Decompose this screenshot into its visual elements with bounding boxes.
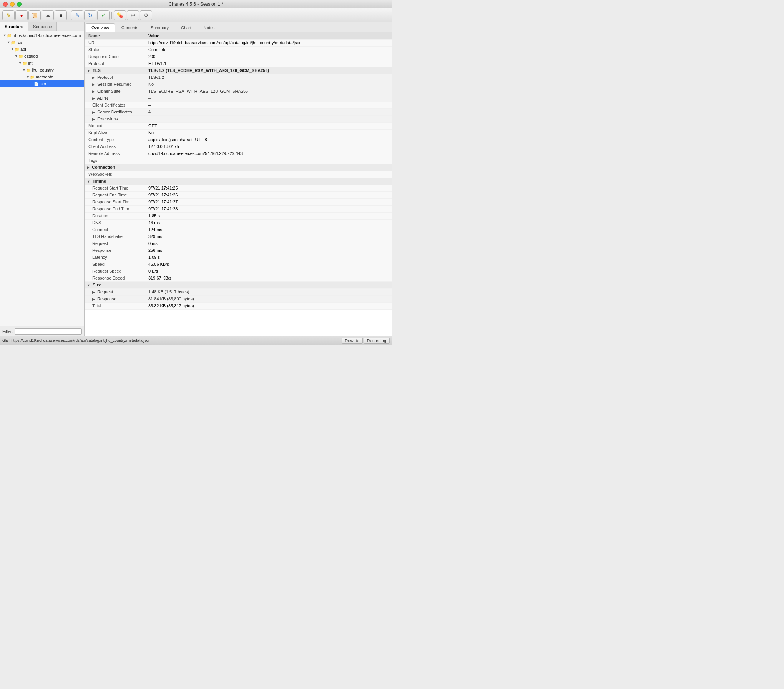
settings-button[interactable]: ⚙ — [140, 10, 152, 20]
subsection-name: ▶ Request — [85, 288, 146, 295]
minimize-button[interactable] — [10, 2, 15, 7]
tab-structure[interactable]: Structure — [0, 22, 28, 31]
tree-item-jhu-country[interactable]: ▼ 📁 jhu_country — [0, 67, 84, 73]
tab-summary[interactable]: Summary — [145, 23, 174, 32]
field-value: – — [146, 171, 392, 178]
table-row: MethodGET — [85, 122, 392, 129]
expand-arrow[interactable]: ▶ — [92, 97, 95, 100]
tab-contents[interactable]: Contents — [116, 23, 144, 32]
browser-icon: 💊 — [117, 12, 123, 18]
check-button[interactable]: ✓ — [97, 10, 110, 20]
tab-notes[interactable]: Notes — [198, 23, 221, 32]
tree-item-api[interactable]: ▼ 📁 api — [0, 46, 84, 53]
table-row: ▶ ProtocolTLSv1.2 — [85, 74, 392, 81]
clear-button[interactable]: 📜 — [28, 10, 41, 20]
stop-button[interactable]: ■ — [55, 10, 67, 20]
expand-arrow[interactable]: ▶ — [92, 83, 95, 87]
field-name: Response Speed — [85, 275, 146, 281]
field-value: 1.85 s — [146, 212, 392, 219]
table-row: Response Start Time9/7/21 17:41:27 — [85, 198, 392, 205]
tab-overview[interactable]: Overview — [86, 23, 115, 32]
table-row: ▶ Request1.48 KB (1,517 bytes) — [85, 288, 392, 295]
folder-icon: 📁 — [15, 47, 19, 52]
field-name: Tags — [85, 157, 146, 164]
overview-table: Name Value URLhttps://covid19.richdatase… — [85, 32, 392, 310]
table-row: Client Certificates– — [85, 102, 392, 108]
table-row: ProtocolHTTP/1.1 — [85, 60, 392, 67]
table-row: ▼ Timing — [85, 178, 392, 185]
stop-icon: ■ — [59, 13, 62, 18]
table-row: ▶ Cipher SuiteTLS_ECDHE_RSA_WITH_AES_128… — [85, 88, 392, 95]
collapse-arrow[interactable]: ▼ — [87, 283, 90, 287]
detail-panel: Overview Contents Summary Chart Notes Na… — [85, 22, 392, 336]
close-button[interactable] — [3, 2, 8, 7]
col-header-name: Name — [85, 32, 146, 39]
table-row: Content-Typeapplication/json;charset=UTF… — [85, 136, 392, 143]
field-name: Response End Time — [85, 205, 146, 212]
tree-item-int[interactable]: ▼ 📁 int — [0, 60, 84, 67]
collapse-arrow[interactable]: ▼ — [87, 180, 90, 183]
table-row: Kept AliveNo — [85, 129, 392, 136]
tree-item-metadata[interactable]: ▼ 📁 metadata — [0, 73, 84, 80]
field-value: https://covid19.richdataservices.com/rds… — [146, 39, 392, 46]
subsection-name: ▶ Session Resumed — [85, 81, 146, 88]
table-row: Request End Time9/7/21 17:41:26 — [85, 191, 392, 198]
field-value: 329 ms — [146, 233, 392, 240]
table-row: URLhttps://covid19.richdataservices.com/… — [85, 39, 392, 46]
tab-sequence[interactable]: Sequence — [28, 22, 57, 31]
tree-item-root[interactable]: ▼ 📁 https://covid19.richdataservices.com — [0, 32, 84, 39]
tree-label: metadata — [36, 75, 53, 79]
expand-arrow: ▼ — [7, 40, 11, 44]
section-name: ▼ Size — [85, 281, 146, 288]
section-value — [146, 164, 392, 171]
field-name: URL — [85, 39, 146, 46]
table-row: Total83.32 KB (85,317 bytes) — [85, 302, 392, 309]
folder-icon: 📁 — [18, 54, 23, 58]
section-name: ▼ TLS — [85, 67, 146, 74]
tools-button[interactable]: ✂ — [127, 10, 139, 20]
table-row: Request0 ms — [85, 240, 392, 247]
refresh-button[interactable]: ↻ — [84, 10, 96, 20]
table-row: ▶ Response81.84 KB (83,800 bytes) — [85, 295, 392, 302]
field-name: Request End Time — [85, 191, 146, 198]
section-name: ▼ Timing — [85, 178, 146, 185]
subsection-value: No — [146, 81, 392, 88]
tab-chart[interactable]: Chart — [175, 23, 197, 32]
table-row: Response Code200 — [85, 53, 392, 60]
expand-arrow[interactable]: ▶ — [92, 110, 95, 114]
field-value: application/json;charset=UTF-8 — [146, 136, 392, 143]
expand-arrow[interactable]: ▶ — [92, 290, 95, 294]
subsection-name: ▶ Cipher Suite — [85, 88, 146, 95]
tree-item-catalog[interactable]: ▼ 📁 catalog — [0, 53, 84, 60]
rewrite-button[interactable]: Rewrite — [342, 338, 363, 344]
subsection-name: ▶ ALPN — [85, 95, 146, 102]
collapse-arrow[interactable]: ▼ — [87, 69, 90, 73]
pen-tool-button[interactable]: ✎ — [2, 10, 15, 20]
table-row: TLS Handshake329 ms — [85, 233, 392, 240]
field-name: Connect — [85, 226, 146, 233]
expand-arrow[interactable]: ▶ — [92, 90, 95, 93]
field-value: 0 B/s — [146, 268, 392, 275]
tree-label: catalog — [24, 54, 38, 58]
tree-label: api — [20, 47, 26, 52]
table-row: StatusComplete — [85, 46, 392, 53]
filter-input[interactable] — [15, 328, 82, 335]
table-row: ▶ Session ResumedNo — [85, 81, 392, 88]
tree-label: jhu_country — [32, 68, 54, 72]
folder-icon: 📁 — [11, 40, 15, 45]
expand-arrow[interactable]: ▶ — [92, 117, 95, 121]
compose-button[interactable]: ✎ — [71, 10, 83, 20]
expand-arrow[interactable]: ▶ — [87, 166, 90, 170]
status-url: GET https://covid19.richdataservices.com… — [2, 338, 342, 343]
record-button[interactable]: ● — [15, 10, 28, 20]
maximize-button[interactable] — [17, 2, 22, 7]
field-name: Duration — [85, 212, 146, 219]
expand-arrow[interactable]: ▶ — [92, 297, 95, 301]
throttle-button[interactable]: ☁ — [42, 10, 54, 20]
tree-item-json[interactable]: 📄 json — [0, 80, 84, 87]
recording-button[interactable]: Recording — [364, 338, 390, 344]
tree-item-rds[interactable]: ▼ 📁 rds — [0, 39, 84, 46]
browser-button[interactable]: 💊 — [114, 10, 126, 20]
expand-arrow[interactable]: ▶ — [92, 76, 95, 80]
window-title: Charles 4.5.6 - Session 1 * — [169, 2, 224, 7]
